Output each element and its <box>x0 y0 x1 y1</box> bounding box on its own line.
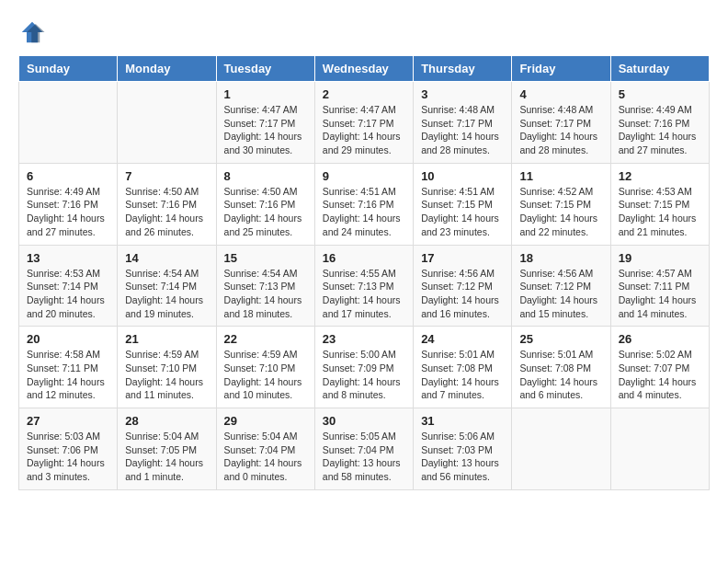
day-number: 21 <box>125 332 208 346</box>
calendar-cell: 8Sunrise: 4:50 AM Sunset: 7:16 PM Daylig… <box>216 163 314 245</box>
calendar-cell: 18Sunrise: 4:56 AM Sunset: 7:12 PM Dayli… <box>512 245 610 327</box>
calendar-cell: 19Sunrise: 4:57 AM Sunset: 7:11 PM Dayli… <box>610 245 709 327</box>
calendar-cell: 26Sunrise: 5:02 AM Sunset: 7:07 PM Dayli… <box>610 327 709 408</box>
week-row-4: 27Sunrise: 5:03 AM Sunset: 7:06 PM Dayli… <box>19 408 710 490</box>
day-content: Sunrise: 5:03 AM Sunset: 7:06 PM Dayligh… <box>27 430 109 484</box>
day-number: 24 <box>421 332 504 346</box>
day-number: 11 <box>519 169 602 183</box>
day-number: 25 <box>519 332 602 346</box>
day-content: Sunrise: 4:50 AM Sunset: 7:16 PM Dayligh… <box>224 185 307 239</box>
day-number: 14 <box>125 251 208 265</box>
calendar-cell <box>512 408 610 490</box>
day-content: Sunrise: 4:57 AM Sunset: 7:11 PM Dayligh… <box>619 267 701 321</box>
day-number: 5 <box>619 87 701 101</box>
day-content: Sunrise: 4:55 AM Sunset: 7:13 PM Dayligh… <box>323 267 405 321</box>
calendar-cell: 7Sunrise: 4:50 AM Sunset: 7:16 PM Daylig… <box>118 163 216 245</box>
calendar-cell: 17Sunrise: 4:56 AM Sunset: 7:12 PM Dayli… <box>414 245 512 327</box>
day-content: Sunrise: 4:54 AM Sunset: 7:13 PM Dayligh… <box>224 267 307 321</box>
calendar-cell: 15Sunrise: 4:54 AM Sunset: 7:13 PM Dayli… <box>216 245 314 327</box>
day-number: 20 <box>27 332 109 346</box>
calendar-cell: 29Sunrise: 5:04 AM Sunset: 7:04 PM Dayli… <box>216 408 314 490</box>
calendar-cell: 2Sunrise: 4:47 AM Sunset: 7:17 PM Daylig… <box>314 82 413 164</box>
day-content: Sunrise: 5:01 AM Sunset: 7:08 PM Dayligh… <box>519 348 602 402</box>
calendar-cell: 3Sunrise: 4:48 AM Sunset: 7:17 PM Daylig… <box>414 82 512 164</box>
day-number: 31 <box>421 414 504 428</box>
day-number: 13 <box>27 251 109 265</box>
day-content: Sunrise: 4:48 AM Sunset: 7:17 PM Dayligh… <box>421 103 504 157</box>
day-number: 12 <box>619 169 701 183</box>
day-number: 28 <box>125 414 208 428</box>
weekday-header-tuesday: Tuesday <box>216 56 314 82</box>
week-row-3: 20Sunrise: 4:58 AM Sunset: 7:11 PM Dayli… <box>19 327 710 408</box>
calendar-cell: 24Sunrise: 5:01 AM Sunset: 7:08 PM Dayli… <box>414 327 512 408</box>
calendar-cell <box>118 82 216 164</box>
day-number: 26 <box>619 332 701 346</box>
calendar-cell: 10Sunrise: 4:51 AM Sunset: 7:15 PM Dayli… <box>414 163 512 245</box>
weekday-header-monday: Monday <box>118 56 216 82</box>
day-content: Sunrise: 4:50 AM Sunset: 7:16 PM Dayligh… <box>125 185 208 239</box>
calendar-cell: 30Sunrise: 5:05 AM Sunset: 7:04 PM Dayli… <box>314 408 413 490</box>
day-number: 9 <box>323 169 405 183</box>
logo-icon <box>18 18 46 46</box>
day-number: 23 <box>323 332 405 346</box>
day-content: Sunrise: 5:04 AM Sunset: 7:05 PM Dayligh… <box>125 430 208 484</box>
calendar-cell: 22Sunrise: 4:59 AM Sunset: 7:10 PM Dayli… <box>216 327 314 408</box>
day-number: 1 <box>224 87 307 101</box>
day-content: Sunrise: 4:51 AM Sunset: 7:15 PM Dayligh… <box>421 185 504 239</box>
calendar-cell: 11Sunrise: 4:52 AM Sunset: 7:15 PM Dayli… <box>512 163 610 245</box>
day-number: 4 <box>519 87 602 101</box>
calendar-cell: 25Sunrise: 5:01 AM Sunset: 7:08 PM Dayli… <box>512 327 610 408</box>
day-number: 16 <box>323 251 405 265</box>
day-content: Sunrise: 5:00 AM Sunset: 7:09 PM Dayligh… <box>323 348 405 402</box>
calendar-table: SundayMondayTuesdayWednesdayThursdayFrid… <box>18 55 710 490</box>
weekday-header-row: SundayMondayTuesdayWednesdayThursdayFrid… <box>19 56 710 82</box>
day-number: 2 <box>323 87 405 101</box>
calendar-cell <box>19 82 118 164</box>
day-number: 8 <box>224 169 307 183</box>
day-content: Sunrise: 4:53 AM Sunset: 7:14 PM Dayligh… <box>27 267 109 321</box>
day-content: Sunrise: 4:49 AM Sunset: 7:16 PM Dayligh… <box>619 103 701 157</box>
day-content: Sunrise: 4:56 AM Sunset: 7:12 PM Dayligh… <box>421 267 504 321</box>
day-content: Sunrise: 4:54 AM Sunset: 7:14 PM Dayligh… <box>125 267 208 321</box>
day-number: 18 <box>519 251 602 265</box>
weekday-header-sunday: Sunday <box>19 56 118 82</box>
day-content: Sunrise: 5:02 AM Sunset: 7:07 PM Dayligh… <box>619 348 701 402</box>
day-number: 6 <box>27 169 109 183</box>
day-number: 7 <box>125 169 208 183</box>
day-content: Sunrise: 4:56 AM Sunset: 7:12 PM Dayligh… <box>519 267 602 321</box>
day-content: Sunrise: 5:04 AM Sunset: 7:04 PM Dayligh… <box>224 430 307 484</box>
day-number: 22 <box>224 332 307 346</box>
calendar-cell: 1Sunrise: 4:47 AM Sunset: 7:17 PM Daylig… <box>216 82 314 164</box>
page-header <box>18 18 710 46</box>
calendar-cell: 21Sunrise: 4:59 AM Sunset: 7:10 PM Dayli… <box>118 327 216 408</box>
calendar-cell: 31Sunrise: 5:06 AM Sunset: 7:03 PM Dayli… <box>414 408 512 490</box>
day-content: Sunrise: 4:53 AM Sunset: 7:15 PM Dayligh… <box>619 185 701 239</box>
weekday-header-thursday: Thursday <box>414 56 512 82</box>
calendar-cell: 13Sunrise: 4:53 AM Sunset: 7:14 PM Dayli… <box>19 245 118 327</box>
calendar-cell: 16Sunrise: 4:55 AM Sunset: 7:13 PM Dayli… <box>314 245 413 327</box>
calendar-cell: 27Sunrise: 5:03 AM Sunset: 7:06 PM Dayli… <box>19 408 118 490</box>
calendar-cell: 14Sunrise: 4:54 AM Sunset: 7:14 PM Dayli… <box>118 245 216 327</box>
day-number: 29 <box>224 414 307 428</box>
weekday-header-saturday: Saturday <box>610 56 709 82</box>
day-number: 19 <box>619 251 701 265</box>
day-number: 3 <box>421 87 504 101</box>
week-row-1: 6Sunrise: 4:49 AM Sunset: 7:16 PM Daylig… <box>19 163 710 245</box>
day-content: Sunrise: 4:47 AM Sunset: 7:17 PM Dayligh… <box>323 103 405 157</box>
calendar-cell: 9Sunrise: 4:51 AM Sunset: 7:16 PM Daylig… <box>314 163 413 245</box>
day-content: Sunrise: 4:59 AM Sunset: 7:10 PM Dayligh… <box>224 348 307 402</box>
day-content: Sunrise: 5:06 AM Sunset: 7:03 PM Dayligh… <box>421 430 504 484</box>
day-number: 27 <box>27 414 109 428</box>
day-number: 10 <box>421 169 504 183</box>
calendar-cell: 4Sunrise: 4:48 AM Sunset: 7:17 PM Daylig… <box>512 82 610 164</box>
day-content: Sunrise: 4:47 AM Sunset: 7:17 PM Dayligh… <box>224 103 307 157</box>
day-content: Sunrise: 4:51 AM Sunset: 7:16 PM Dayligh… <box>323 185 405 239</box>
day-content: Sunrise: 4:59 AM Sunset: 7:10 PM Dayligh… <box>125 348 208 402</box>
week-row-2: 13Sunrise: 4:53 AM Sunset: 7:14 PM Dayli… <box>19 245 710 327</box>
day-content: Sunrise: 4:52 AM Sunset: 7:15 PM Dayligh… <box>519 185 602 239</box>
calendar-cell: 5Sunrise: 4:49 AM Sunset: 7:16 PM Daylig… <box>610 82 709 164</box>
day-number: 15 <box>224 251 307 265</box>
logo <box>18 18 50 46</box>
calendar-cell: 6Sunrise: 4:49 AM Sunset: 7:16 PM Daylig… <box>19 163 118 245</box>
weekday-header-wednesday: Wednesday <box>314 56 413 82</box>
